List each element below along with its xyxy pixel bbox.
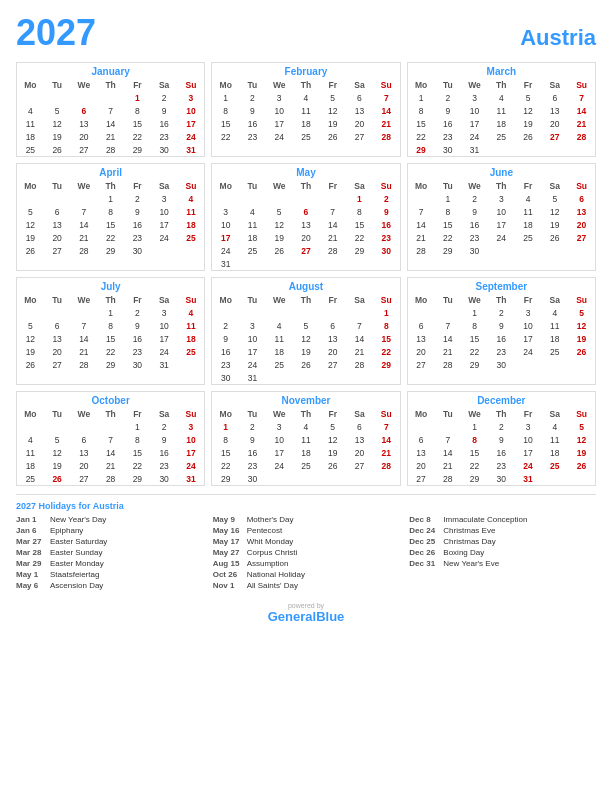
day-cell: 8 — [124, 104, 151, 117]
day-cell: 23 — [151, 459, 178, 472]
day-header-su: Su — [568, 180, 595, 192]
holiday-date: Dec 25 — [409, 537, 439, 546]
day-cell: 23 — [488, 459, 515, 472]
day-cell: 11 — [515, 205, 542, 218]
day-cell: 18 — [239, 231, 266, 244]
day-cell — [239, 257, 266, 270]
day-cell: 25 — [541, 459, 568, 472]
day-cell: 14 — [373, 104, 400, 117]
day-cell: 18 — [17, 459, 44, 472]
day-cell — [319, 306, 346, 319]
day-cell: 27 — [408, 358, 435, 371]
day-cell: 21 — [97, 130, 124, 143]
day-cell: 11 — [293, 104, 320, 117]
day-cell: 28 — [71, 358, 98, 371]
holiday-date: May 27 — [213, 548, 243, 557]
day-cell: 22 — [97, 231, 124, 244]
day-cell: 19 — [515, 117, 542, 130]
holiday-item: Dec 26Boxing Day — [409, 548, 596, 557]
month-table: MoTuWeThFrSaSu12345678910111213141516171… — [212, 294, 399, 384]
day-cell: 23 — [212, 358, 239, 371]
day-cell — [71, 306, 98, 319]
day-cell: 9 — [488, 319, 515, 332]
day-cell: 15 — [97, 332, 124, 345]
month-title: August — [212, 278, 399, 294]
day-cell — [17, 306, 44, 319]
day-cell: 18 — [293, 117, 320, 130]
day-header-sa: Sa — [151, 79, 178, 91]
day-cell — [212, 192, 239, 205]
day-cell: 11 — [541, 319, 568, 332]
holiday-item: May 17Whit Monday — [213, 537, 400, 546]
day-cell — [71, 420, 98, 433]
month-title: July — [17, 278, 204, 294]
day-cell: 19 — [568, 446, 595, 459]
day-header-we: We — [266, 294, 293, 306]
day-cell: 4 — [541, 306, 568, 319]
day-cell: 21 — [373, 446, 400, 459]
day-cell — [266, 472, 293, 485]
holiday-item: Mar 29Easter Monday — [16, 559, 203, 568]
day-cell: 19 — [568, 332, 595, 345]
holiday-date: May 9 — [213, 515, 243, 524]
day-cell: 3 — [151, 306, 178, 319]
day-cell: 27 — [71, 472, 98, 485]
day-cell: 26 — [44, 472, 71, 485]
day-cell: 14 — [373, 433, 400, 446]
day-cell — [44, 91, 71, 104]
day-cell: 27 — [346, 130, 373, 143]
day-header-mo: Mo — [17, 294, 44, 306]
day-cell: 23 — [124, 345, 151, 358]
day-cell: 5 — [44, 433, 71, 446]
day-header-we: We — [461, 79, 488, 91]
day-header-mo: Mo — [212, 79, 239, 91]
day-cell: 10 — [515, 433, 542, 446]
day-cell: 13 — [293, 218, 320, 231]
day-cell: 4 — [541, 420, 568, 433]
month-block-september: SeptemberMoTuWeThFrSaSu12345678910111213… — [407, 277, 596, 385]
day-cell: 23 — [373, 231, 400, 244]
day-cell: 7 — [71, 319, 98, 332]
day-cell: 12 — [44, 117, 71, 130]
footer-brand-general: General — [268, 609, 316, 624]
holiday-date: Dec 26 — [409, 548, 439, 557]
day-cell — [71, 91, 98, 104]
day-cell: 11 — [266, 332, 293, 345]
day-header-su: Su — [568, 79, 595, 91]
holiday-name: Assumption — [247, 559, 289, 568]
day-cell: 28 — [319, 244, 346, 257]
day-cell: 13 — [71, 117, 98, 130]
day-header-th: Th — [488, 294, 515, 306]
day-cell: 25 — [178, 231, 205, 244]
day-cell: 27 — [71, 143, 98, 156]
day-cell: 5 — [568, 306, 595, 319]
month-title: January — [17, 63, 204, 79]
day-cell: 2 — [488, 420, 515, 433]
day-cell — [319, 371, 346, 384]
day-cell: 11 — [17, 117, 44, 130]
day-cell: 9 — [124, 205, 151, 218]
day-cell: 18 — [178, 218, 205, 231]
holiday-name: Easter Sunday — [50, 548, 102, 557]
day-cell: 10 — [461, 104, 488, 117]
day-cell: 5 — [568, 420, 595, 433]
month-title: November — [212, 392, 399, 408]
day-cell: 28 — [71, 244, 98, 257]
day-cell: 9 — [434, 104, 461, 117]
day-cell: 8 — [346, 205, 373, 218]
day-cell: 1 — [124, 91, 151, 104]
day-cell: 20 — [346, 117, 373, 130]
holiday-column-1: Jan 1New Year's DayJan 6EpiphanyMar 27Ea… — [16, 515, 203, 592]
day-cell: 31 — [461, 143, 488, 156]
day-cell: 2 — [124, 192, 151, 205]
day-cell — [266, 371, 293, 384]
day-header-su: Su — [568, 294, 595, 306]
holiday-name: Easter Saturday — [50, 537, 107, 546]
day-cell: 17 — [488, 218, 515, 231]
holiday-column-2: May 9Mother's DayMay 16PentecostMay 17Wh… — [213, 515, 400, 592]
day-cell: 8 — [434, 205, 461, 218]
day-cell: 20 — [541, 117, 568, 130]
day-cell: 12 — [568, 319, 595, 332]
day-cell: 22 — [373, 345, 400, 358]
day-cell: 9 — [373, 205, 400, 218]
